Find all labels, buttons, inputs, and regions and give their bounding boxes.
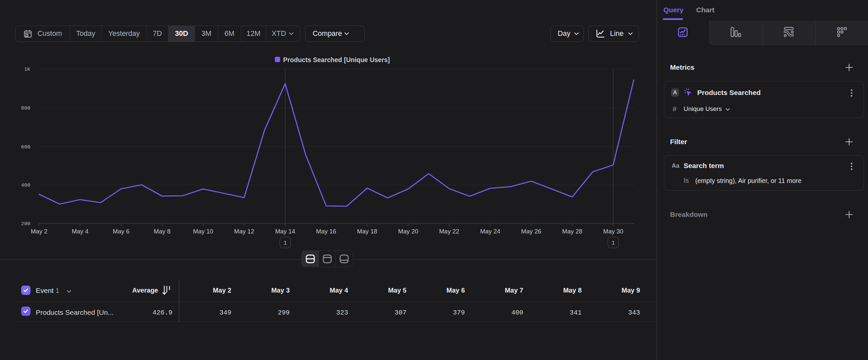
svg-text:400: 400: [21, 182, 31, 188]
svg-text:May 4: May 4: [72, 228, 88, 235]
svg-text:May 8: May 8: [154, 228, 170, 235]
svg-text:May 18: May 18: [357, 228, 377, 235]
svg-text:May 16: May 16: [316, 228, 336, 235]
svg-text:May 10: May 10: [193, 228, 213, 235]
svg-text:May 22: May 22: [439, 228, 459, 235]
svg-text:May 30: May 30: [603, 228, 623, 235]
svg-text:1: 1: [611, 240, 615, 246]
svg-text:May 12: May 12: [234, 228, 254, 235]
svg-text:May 20: May 20: [398, 228, 418, 235]
svg-text:May 28: May 28: [562, 228, 583, 235]
svg-text:May 24: May 24: [480, 228, 500, 235]
svg-text:1K: 1K: [24, 66, 31, 73]
svg-text:May 6: May 6: [113, 228, 129, 235]
svg-text:1: 1: [283, 240, 287, 246]
svg-text:May 14: May 14: [275, 228, 296, 235]
svg-text:600: 600: [21, 144, 31, 150]
svg-text:May 26: May 26: [521, 228, 541, 235]
svg-text:May 2: May 2: [31, 228, 48, 235]
svg-text:200: 200: [21, 221, 31, 227]
svg-text:800: 800: [21, 105, 31, 111]
